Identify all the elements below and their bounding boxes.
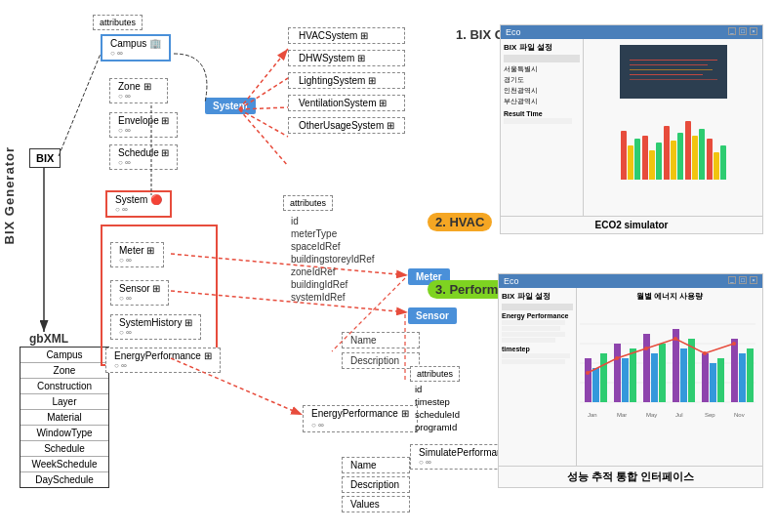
attr-curveref: zoneIdRef: [283, 266, 390, 278]
svg-rect-24: [710, 363, 716, 402]
svg-point-29: [586, 371, 590, 375]
gbxml-label: gbXML: [29, 332, 68, 346]
hvac-item-lighting: LightingSystem ⊞: [288, 72, 405, 89]
svg-line-46: [239, 109, 288, 166]
eco2-left-panel: BIX 파일 설정 서울특별시 경기도 인천광역시 부산광역시 Result T…: [501, 39, 584, 216]
sensor-box: Sensor ⊞ ○ ∞: [110, 280, 169, 306]
attributes-box-mid: attributes: [283, 195, 333, 211]
energyperf-node-bottom: EnergyPerformance ⊞ ○ ∞: [303, 405, 418, 432]
svg-text:Sep: Sep: [705, 412, 715, 418]
gbxml-row-construction: Construction: [20, 379, 108, 394]
svg-point-34: [732, 342, 736, 346]
svg-rect-17: [643, 334, 650, 402]
hvac-item-ventilation: VentilationSystem ⊞: [288, 95, 405, 111]
systemhistory-box: SystemHistory ⊞ ○ ∞: [110, 314, 201, 340]
attributes-box-top: attributes: [93, 15, 143, 30]
svg-rect-26: [731, 339, 738, 402]
sensor-node-bottom: Sensor: [408, 307, 457, 324]
gbxml-table: Campus Zone Construction Layer Material …: [20, 347, 109, 488]
svg-rect-21: [680, 348, 687, 402]
gbxml-row-schedule: Schedule: [20, 441, 108, 457]
svg-rect-1: [630, 60, 717, 61]
meter-box: Meter ⊞ ○ ∞: [110, 242, 164, 267]
bottom-name-desc: Name Description Values: [342, 457, 410, 512]
bix-generator-label: BIX Generator: [2, 146, 17, 244]
eco2-area: Eco _ □ × BIX 파일 설정 서울특별시 경기도 인천광역시 부산광역…: [500, 24, 763, 234]
attr-id: id: [283, 215, 390, 227]
attr-metertype: meterType: [283, 227, 390, 240]
description-item: Description: [342, 352, 420, 369]
perf-korean-label: 성능 추적 통합 인터페이스: [499, 466, 762, 487]
zone-box: Zone ⊞ ○ ∞: [109, 78, 168, 103]
svg-rect-2: [630, 64, 708, 65]
eco2-dark-box: [620, 45, 727, 99]
svg-text:Mar: Mar: [617, 412, 627, 418]
eco2-bar-chart: [619, 102, 728, 180]
name-desc-box: Name Description: [342, 332, 420, 369]
svg-rect-28: [747, 348, 754, 402]
hvac-item-other: OtherUsageSystem ⊞: [288, 117, 405, 134]
gbxml-row-zone: Zone: [20, 363, 108, 379]
svg-point-32: [673, 337, 677, 341]
campus-box: Campus 🏢 ○ ∞: [101, 34, 171, 61]
schedule-box: Schedule ⊞ ○ ∞: [109, 144, 178, 170]
svg-rect-11: [585, 358, 591, 402]
br-attrs: id timestep scheduleId programId: [410, 383, 465, 433]
gbxml-row-dayschedule: DaySchedule: [20, 472, 108, 487]
svg-text:Jan: Jan: [588, 412, 597, 418]
svg-rect-25: [717, 358, 724, 402]
perf-area: Eco _ □ × BIX 파일 설정 Energy Performance t…: [498, 273, 763, 488]
energyperf-box: EnergyPerformance ⊞ ○ ∞: [105, 348, 221, 373]
hvac-item-hvac: HVACSystem ⊞: [288, 27, 405, 44]
svg-rect-13: [600, 353, 607, 402]
system-box: System 🔴 ○ ∞: [105, 190, 172, 218]
svg-rect-3: [630, 69, 713, 70]
hvac-item-dhw: DHWSystem ⊞: [288, 50, 405, 66]
main-container: BIX Generator BIX gbXML Campus Zone Cons…: [0, 0, 775, 532]
perf-chart: Jan Mar May Jul Sep Nov: [580, 305, 755, 422]
svg-rect-5: [630, 79, 717, 80]
envelope-box: Envelope ⊞ ○ ∞: [109, 112, 178, 138]
eco2-title-bar: Eco _ □ ×: [501, 25, 762, 39]
attributes-box-br: attributes: [410, 366, 460, 382]
eco2-right-panel: [584, 39, 762, 216]
svg-point-30: [615, 356, 619, 360]
attr-buildingstoreyidref: buildingstoreyIdRef: [283, 253, 390, 266]
eco2-content: BIX 파일 설정 서울특별시 경기도 인천광역시 부산광역시 Result T…: [501, 39, 762, 216]
svg-text:Nov: Nov: [734, 412, 745, 418]
gbxml-row-campus: Campus: [20, 348, 108, 363]
eco2-label: ECO2 simulator: [501, 216, 762, 233]
perf-content: BIX 파일 설정 Energy Performance timestep 월별…: [499, 288, 762, 466]
gbxml-row-weekschedule: WeekSchedule: [20, 457, 108, 472]
bix-box: BIX: [29, 148, 61, 168]
perf-title-bar: Eco _ □ ×: [499, 274, 762, 288]
gbxml-row-windowtype: WindowType: [20, 426, 108, 441]
svg-line-50: [59, 54, 101, 156]
gbxml-row-material: Material: [20, 410, 108, 426]
svg-point-31: [644, 347, 648, 350]
svg-rect-27: [739, 353, 746, 402]
label-2: 2. HVAC: [428, 213, 492, 231]
perf-right-panel: 월별 에너지 사용량: [577, 288, 762, 466]
svg-rect-0: [625, 50, 722, 94]
perf-left-panel: BIX 파일 설정 Energy Performance timestep: [499, 288, 577, 466]
attr-spaceidref: spaceIdRef: [283, 240, 390, 253]
svg-rect-18: [651, 353, 658, 402]
system-node-top: System: [205, 98, 256, 114]
attr-systemidref: systemIdRef: [283, 291, 390, 304]
svg-rect-4: [630, 74, 703, 75]
attr-buildingidref: buildingIdRef: [283, 278, 390, 291]
hvac-attrs: id meterType spaceIdRef buildingstoreyId…: [283, 215, 390, 304]
svg-rect-19: [659, 344, 666, 402]
svg-rect-14: [614, 344, 621, 402]
svg-text:May: May: [646, 412, 657, 418]
svg-text:Jul: Jul: [675, 412, 683, 418]
svg-point-33: [703, 351, 707, 355]
svg-rect-16: [630, 348, 636, 402]
hvac-list: HVACSystem ⊞ DHWSystem ⊞ LightingSystem …: [288, 27, 405, 140]
name-item: Name: [342, 332, 420, 348]
svg-rect-23: [702, 353, 709, 402]
gbxml-row-layer: Layer: [20, 394, 108, 410]
svg-rect-12: [592, 368, 599, 402]
svg-rect-15: [622, 358, 629, 402]
